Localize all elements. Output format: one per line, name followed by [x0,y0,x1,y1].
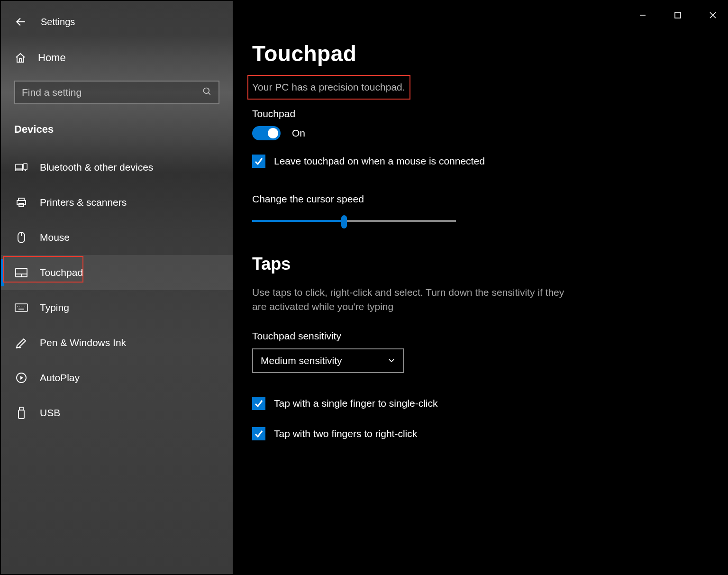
search-input[interactable] [22,87,202,98]
home-label: Home [38,52,66,64]
sidebar-item-label: Touchpad [40,267,83,278]
leave-touchpad-on-checkbox[interactable] [252,155,265,168]
leave-touchpad-on-label: Leave touchpad on when a mouse is connec… [274,155,485,167]
printer-icon [14,197,28,208]
svg-rect-5 [24,164,27,170]
sidebar-item-label: Mouse [40,232,70,243]
page-title: Touchpad [252,41,727,66]
search-box[interactable] [14,81,219,104]
sidebar-item-label: USB [40,407,60,419]
keyboard-icon [14,303,28,312]
autoplay-icon [14,372,28,383]
window-controls [633,6,722,25]
maximize-button[interactable] [668,6,687,25]
touchpad-toggle[interactable] [252,126,281,140]
sidebar-item-usb[interactable]: USB [1,395,233,430]
single-tap-checkbox[interactable] [252,397,265,410]
sidebar-item-autoplay[interactable]: AutoPlay [1,360,233,395]
sidebar-home[interactable]: Home [1,34,233,64]
minimize-button[interactable] [633,6,652,25]
sidebar-item-label: Printers & scanners [40,197,127,208]
back-button[interactable] [14,15,27,28]
sidebar-item-label: AutoPlay [40,372,80,383]
home-icon [14,52,27,64]
sensitivity-value: Medium sensitivity [261,355,342,366]
chevron-down-icon [388,355,395,366]
pen-icon [14,337,28,348]
sensitivity-label: Touchpad sensitivity [252,330,727,342]
single-tap-label: Tap with a single finger to single-click [274,398,438,409]
touchpad-toggle-label: Touchpad [252,108,727,119]
close-button[interactable] [703,6,722,25]
touchpad-toggle-state: On [292,128,305,139]
sidebar-item-mouse[interactable]: Mouse [1,220,233,255]
svg-rect-24 [19,407,23,410]
settings-title: Settings [41,17,75,27]
bluetooth-devices-icon [14,163,28,172]
sidebar-header: Settings [1,1,233,34]
sidebar-item-label: Typing [40,302,69,313]
cursor-speed-slider[interactable] [252,214,456,228]
taps-title: Taps [252,254,727,274]
touchpad-icon [14,268,28,277]
sidebar-item-label: Bluetooth & other devices [40,162,153,173]
svg-point-6 [25,170,26,171]
two-finger-tap-checkbox[interactable] [252,427,265,440]
sidebar-nav: Bluetooth & other devices Printers & sca… [1,150,233,430]
two-finger-tap-label: Tap with two fingers to right-click [274,428,417,439]
svg-marker-23 [20,376,23,380]
svg-rect-4 [16,169,23,171]
sensitivity-dropdown[interactable]: Medium sensitivity [252,348,404,373]
sidebar-section-label: Devices [14,123,233,136]
svg-rect-25 [18,410,24,419]
svg-rect-15 [15,304,27,311]
svg-line-2 [209,93,210,95]
cursor-speed-fill [252,220,344,222]
svg-rect-3 [16,164,23,169]
cursor-speed-thumb[interactable] [341,215,347,228]
sidebar-item-bluetooth[interactable]: Bluetooth & other devices [1,150,233,185]
search-icon [202,87,212,98]
main-content: Touchpad Your PC has a precision touchpa… [233,1,727,574]
svg-point-1 [204,88,209,94]
settings-sidebar: Settings Home Devices Bluetooth & o [1,1,233,574]
mouse-icon [14,231,28,244]
sidebar-item-touchpad[interactable]: Touchpad [1,255,233,290]
usb-icon [14,407,28,419]
sidebar-item-printers[interactable]: Printers & scanners [1,185,233,220]
cursor-speed-label: Change the cursor speed [252,193,727,205]
sidebar-item-pen[interactable]: Pen & Windows Ink [1,325,233,360]
precision-touchpad-message: Your PC has a precision touchpad. [252,79,405,96]
sidebar-item-label: Pen & Windows Ink [40,337,126,348]
svg-rect-27 [675,12,681,18]
taps-description: Use taps to click, right-click and selec… [252,285,565,314]
sidebar-item-typing[interactable]: Typing [1,290,233,325]
svg-rect-8 [17,201,26,205]
